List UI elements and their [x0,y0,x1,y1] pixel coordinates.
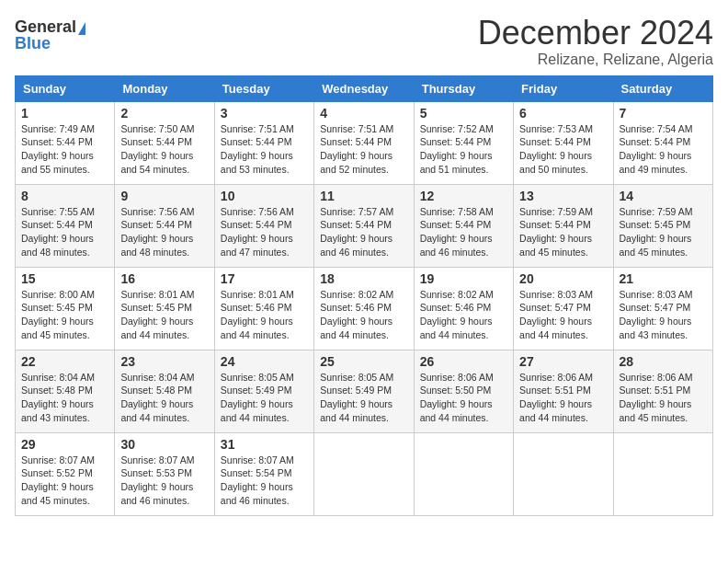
calendar-cell: 15 Sunrise: 8:00 AM Sunset: 5:45 PM Dayl… [16,267,115,350]
day-number: 27 [519,354,607,369]
day-number: 3 [221,106,308,121]
calendar-cell: 23 Sunrise: 8:04 AM Sunset: 5:48 PM Dayl… [115,350,214,432]
day-info: Sunrise: 7:55 AM Sunset: 5:44 PM Dayligh… [21,205,108,259]
logo: General Blue [15,18,85,52]
day-number: 14 [620,189,707,203]
calendar-cell: 20 Sunrise: 8:03 AM Sunset: 5:47 PM Dayl… [514,267,613,350]
logo-icon [78,22,85,35]
day-number: 16 [120,271,208,286]
day-number: 25 [320,354,407,369]
calendar-cell: 29 Sunrise: 8:07 AM Sunset: 5:52 PM Dayl… [16,432,115,515]
day-number: 9 [120,189,208,203]
day-info: Sunrise: 7:54 AM Sunset: 5:44 PM Dayligh… [620,122,707,177]
day-info: Sunrise: 8:07 AM Sunset: 5:53 PM Dayligh… [120,454,208,508]
calendar-cell: 1 Sunrise: 7:49 AM Sunset: 5:44 PM Dayli… [16,101,115,184]
day-info: Sunrise: 8:02 AM Sunset: 5:46 PM Dayligh… [420,288,507,342]
calendar-cell: 18 Sunrise: 8:02 AM Sunset: 5:46 PM Dayl… [314,267,414,350]
week-row-1: 1 Sunrise: 7:49 AM Sunset: 5:44 PM Dayli… [16,101,713,184]
day-number: 31 [221,437,308,452]
day-info: Sunrise: 8:05 AM Sunset: 5:49 PM Dayligh… [320,371,407,425]
calendar-table: SundayMondayTuesdayWednesdayThursdayFrid… [15,75,713,516]
day-number: 4 [320,106,407,121]
day-info: Sunrise: 8:06 AM Sunset: 5:51 PM Dayligh… [620,371,707,425]
day-info: Sunrise: 8:07 AM Sunset: 5:54 PM Dayligh… [221,454,308,508]
day-number: 30 [120,437,208,452]
calendar-cell: 28 Sunrise: 8:06 AM Sunset: 5:51 PM Dayl… [613,350,712,432]
day-info: Sunrise: 7:52 AM Sunset: 5:44 PM Dayligh… [420,122,507,177]
calendar-cell: 12 Sunrise: 7:58 AM Sunset: 5:44 PM Dayl… [414,184,513,267]
day-info: Sunrise: 8:01 AM Sunset: 5:46 PM Dayligh… [221,288,308,342]
day-info: Sunrise: 7:53 AM Sunset: 5:44 PM Dayligh… [519,122,607,177]
day-info: Sunrise: 8:02 AM Sunset: 5:46 PM Dayligh… [320,288,407,342]
calendar-cell: 26 Sunrise: 8:06 AM Sunset: 5:50 PM Dayl… [414,350,513,432]
week-row-2: 8 Sunrise: 7:55 AM Sunset: 5:44 PM Dayli… [16,184,713,267]
calendar-cell: 2 Sunrise: 7:50 AM Sunset: 5:44 PM Dayli… [115,101,214,184]
day-info: Sunrise: 7:57 AM Sunset: 5:44 PM Dayligh… [320,205,407,259]
calendar-cell: 24 Sunrise: 8:05 AM Sunset: 5:49 PM Dayl… [214,350,313,432]
day-number: 7 [620,106,707,121]
calendar-cell: 31 Sunrise: 8:07 AM Sunset: 5:54 PM Dayl… [214,432,313,515]
day-number: 15 [21,271,108,286]
weekday-header-row: SundayMondayTuesdayWednesdayThursdayFrid… [16,75,713,101]
day-info: Sunrise: 8:00 AM Sunset: 5:45 PM Dayligh… [21,288,108,342]
day-number: 13 [519,189,607,203]
weekday-header-tuesday: Tuesday [214,75,313,101]
day-number: 8 [21,189,108,203]
day-info: Sunrise: 7:59 AM Sunset: 5:44 PM Dayligh… [519,205,607,259]
calendar-cell: 5 Sunrise: 7:52 AM Sunset: 5:44 PM Dayli… [414,101,513,184]
weekday-header-wednesday: Wednesday [314,75,414,101]
day-number: 2 [120,106,208,121]
logo-general-text: General [15,18,76,35]
day-info: Sunrise: 8:03 AM Sunset: 5:47 PM Dayligh… [519,288,607,342]
weekday-header-saturday: Saturday [613,75,712,101]
day-info: Sunrise: 8:04 AM Sunset: 5:48 PM Dayligh… [21,371,108,425]
day-info: Sunrise: 8:05 AM Sunset: 5:49 PM Dayligh… [221,371,308,425]
day-info: Sunrise: 7:50 AM Sunset: 5:44 PM Dayligh… [120,122,208,177]
calendar-cell: 22 Sunrise: 8:04 AM Sunset: 5:48 PM Dayl… [16,350,115,432]
day-number: 21 [620,271,707,286]
day-number: 28 [620,354,707,369]
day-info: Sunrise: 7:58 AM Sunset: 5:44 PM Dayligh… [420,205,507,259]
calendar-cell: 4 Sunrise: 7:51 AM Sunset: 5:44 PM Dayli… [314,101,414,184]
calendar-cell: 3 Sunrise: 7:51 AM Sunset: 5:44 PM Dayli… [214,101,313,184]
logo-blue-text: Blue [15,35,51,52]
weekday-header-sunday: Sunday [16,75,115,101]
day-info: Sunrise: 7:51 AM Sunset: 5:44 PM Dayligh… [221,122,308,177]
day-number: 29 [21,437,108,452]
day-info: Sunrise: 7:49 AM Sunset: 5:44 PM Dayligh… [21,122,108,177]
calendar-cell [414,432,513,515]
day-info: Sunrise: 8:03 AM Sunset: 5:47 PM Dayligh… [620,288,707,342]
day-info: Sunrise: 7:56 AM Sunset: 5:44 PM Dayligh… [221,205,308,259]
day-number: 17 [221,271,308,286]
calendar-cell [314,432,414,515]
day-info: Sunrise: 8:06 AM Sunset: 5:50 PM Dayligh… [420,371,507,425]
calendar-cell: 30 Sunrise: 8:07 AM Sunset: 5:53 PM Dayl… [115,432,214,515]
month-title: December 2024 [478,15,713,52]
calendar-cell [613,432,712,515]
day-number: 5 [420,106,507,121]
day-number: 22 [21,354,108,369]
week-row-4: 22 Sunrise: 8:04 AM Sunset: 5:48 PM Dayl… [16,350,713,432]
day-number: 26 [420,354,507,369]
weekday-header-friday: Friday [514,75,613,101]
day-number: 6 [519,106,607,121]
calendar-cell: 8 Sunrise: 7:55 AM Sunset: 5:44 PM Dayli… [16,184,115,267]
calendar-cell: 13 Sunrise: 7:59 AM Sunset: 5:44 PM Dayl… [514,184,613,267]
day-number: 18 [320,271,407,286]
week-row-5: 29 Sunrise: 8:07 AM Sunset: 5:52 PM Dayl… [16,432,713,515]
calendar-cell [514,432,613,515]
calendar-cell: 17 Sunrise: 8:01 AM Sunset: 5:46 PM Dayl… [214,267,313,350]
calendar-cell: 11 Sunrise: 7:57 AM Sunset: 5:44 PM Dayl… [314,184,414,267]
calendar-cell: 19 Sunrise: 8:02 AM Sunset: 5:46 PM Dayl… [414,267,513,350]
location-title: Relizane, Relizane, Algeria [478,52,713,68]
day-info: Sunrise: 8:01 AM Sunset: 5:45 PM Dayligh… [120,288,208,342]
day-info: Sunrise: 7:59 AM Sunset: 5:45 PM Dayligh… [620,205,707,259]
calendar-cell: 16 Sunrise: 8:01 AM Sunset: 5:45 PM Dayl… [115,267,214,350]
day-info: Sunrise: 7:56 AM Sunset: 5:44 PM Dayligh… [120,205,208,259]
calendar-cell: 10 Sunrise: 7:56 AM Sunset: 5:44 PM Dayl… [214,184,313,267]
calendar-cell: 21 Sunrise: 8:03 AM Sunset: 5:47 PM Dayl… [613,267,712,350]
page-header: General Blue December 2024 Relizane, Rel… [15,15,713,68]
day-number: 20 [519,271,607,286]
day-number: 23 [120,354,208,369]
title-area: December 2024 Relizane, Relizane, Algeri… [478,15,713,68]
